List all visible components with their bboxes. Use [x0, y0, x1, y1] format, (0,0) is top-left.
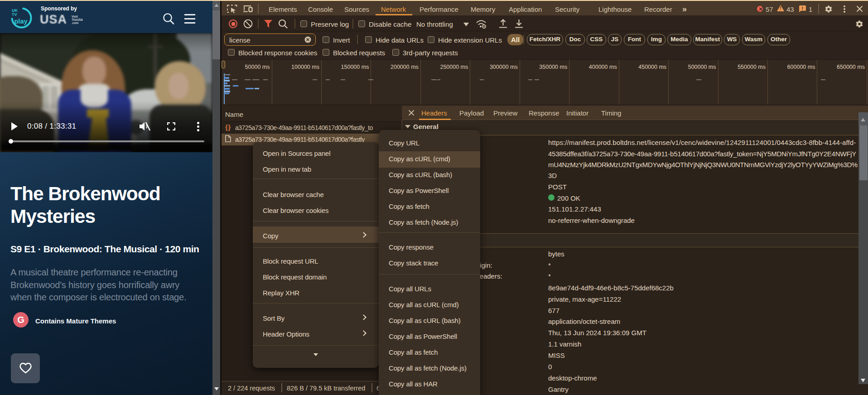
svg-text:UK: UK — [12, 8, 18, 13]
svg-text:play: play — [14, 18, 28, 25]
svg-text:TV: TV — [12, 12, 17, 17]
